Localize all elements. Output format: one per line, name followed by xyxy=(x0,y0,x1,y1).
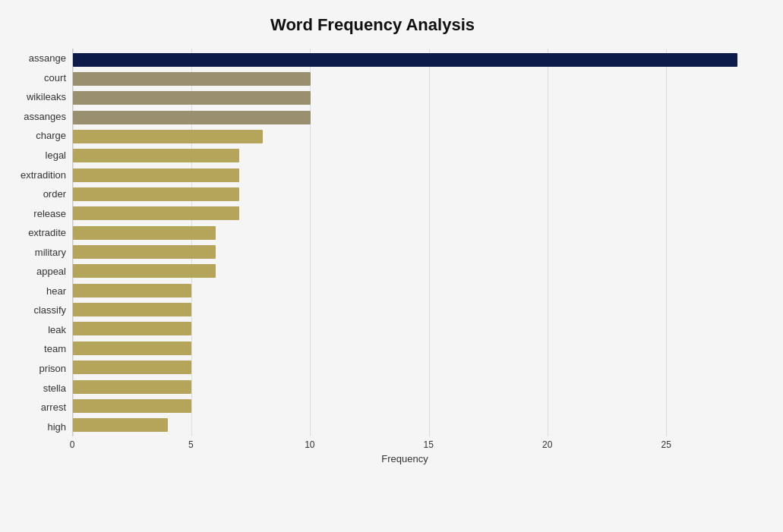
bar-assange xyxy=(73,53,737,67)
y-label: appeal xyxy=(36,262,66,282)
bar-row xyxy=(73,398,737,414)
chart-area: assangecourtwikileaksassangeschargelegal… xyxy=(8,49,737,459)
bar-row xyxy=(73,167,737,184)
bars-inner xyxy=(73,49,737,436)
x-tick: 0 xyxy=(70,439,75,450)
y-label: high xyxy=(47,417,66,436)
bar-row xyxy=(73,90,737,106)
x-tick: 25 xyxy=(661,439,671,450)
y-label: classify xyxy=(33,301,66,320)
bar-row xyxy=(73,147,737,164)
bar-row xyxy=(73,71,737,87)
bar-row xyxy=(73,301,737,318)
y-label: wikileaks xyxy=(27,87,66,107)
y-label: military xyxy=(35,242,66,262)
y-label: leak xyxy=(48,320,66,340)
bar-charge xyxy=(73,130,263,143)
bar-row xyxy=(73,282,737,299)
x-axis-label: Frequency xyxy=(72,453,737,464)
bar-stella xyxy=(73,380,191,394)
bar-row xyxy=(73,379,737,395)
y-label: extradite xyxy=(28,223,66,243)
bar-assanges xyxy=(73,111,311,124)
bars-area xyxy=(72,49,737,436)
bar-row xyxy=(73,263,737,279)
x-tick: 10 xyxy=(305,439,314,450)
bar-prison xyxy=(73,360,191,374)
x-ticks: 0510152025 xyxy=(72,436,737,452)
bar-court xyxy=(73,72,311,86)
bar-release xyxy=(73,206,239,220)
bar-high xyxy=(73,418,168,432)
x-tick: 15 xyxy=(424,439,434,450)
bar-leak xyxy=(73,322,191,335)
y-label: extradition xyxy=(21,165,66,184)
bar-row xyxy=(73,340,737,357)
bar-row xyxy=(73,320,737,337)
y-label: assanges xyxy=(24,107,66,127)
bar-row xyxy=(73,128,737,145)
y-label: stella xyxy=(43,378,66,398)
y-label: order xyxy=(43,184,66,204)
x-tick: 20 xyxy=(542,439,552,450)
bar-arrest xyxy=(73,399,191,413)
bar-extradite xyxy=(73,226,216,240)
bar-row xyxy=(73,244,737,260)
bar-row xyxy=(73,109,737,126)
bar-row xyxy=(73,417,737,433)
bar-row xyxy=(73,225,737,241)
y-label: legal xyxy=(46,146,66,165)
y-label: charge xyxy=(36,126,66,146)
bar-order xyxy=(73,187,239,201)
bar-classify xyxy=(73,303,191,316)
bar-row xyxy=(73,359,737,376)
y-label: team xyxy=(44,339,66,359)
y-label: assange xyxy=(29,49,66,68)
y-label: arrest xyxy=(41,398,66,417)
bars-and-x: 0510152025 Frequency xyxy=(72,49,737,459)
y-label: hear xyxy=(46,282,66,301)
chart-container: Word Frequency Analysis assangecourtwiki… xyxy=(0,0,783,532)
y-label: court xyxy=(44,68,66,88)
bar-row xyxy=(73,205,737,222)
bar-team xyxy=(73,342,191,355)
y-label: release xyxy=(33,203,66,223)
bar-appeal xyxy=(73,264,216,278)
bar-hear xyxy=(73,284,191,297)
x-tick: 5 xyxy=(188,439,194,450)
bar-row xyxy=(73,186,737,203)
y-labels: assangecourtwikileaksassangeschargelegal… xyxy=(8,49,72,459)
y-label: prison xyxy=(39,359,66,379)
bar-extradition xyxy=(73,168,239,182)
chart-title: Word Frequency Analysis xyxy=(8,15,737,35)
bar-legal xyxy=(73,149,239,162)
x-axis: 0510152025 Frequency xyxy=(72,436,737,459)
bar-wikileaks xyxy=(73,91,311,105)
bar-row xyxy=(73,52,737,68)
bar-military xyxy=(73,245,216,259)
